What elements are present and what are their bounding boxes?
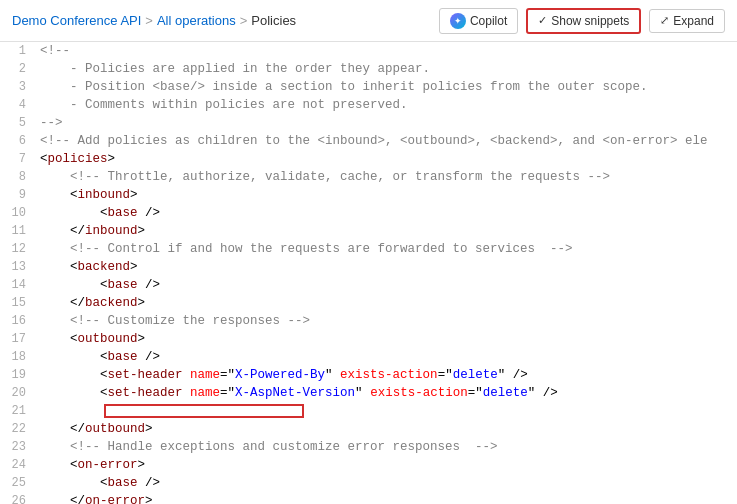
line-content: <!-- Handle exceptions and customize err… [36,438,737,456]
header-actions: ✦ Copilot ✓ Show snippets ⤢ Expand [439,8,725,34]
check-icon: ✓ [538,14,547,27]
line-number: 17 [0,330,36,348]
table-row: 21 [0,402,737,420]
line-content [36,402,737,420]
line-number: 15 [0,294,36,312]
breadcrumb-current: Policies [251,13,296,28]
line-content: <backend> [36,258,737,276]
line-content: <on-error> [36,456,737,474]
line-content: <inbound> [36,186,737,204]
table-row: 25 <base /> [0,474,737,492]
line-number: 1 [0,42,36,60]
line-content: <outbound> [36,330,737,348]
line-number: 14 [0,276,36,294]
expand-button[interactable]: ⤢ Expand [649,9,725,33]
table-row: 13 <backend> [0,258,737,276]
breadcrumb-operations[interactable]: All operations [157,13,236,28]
line-content: <base /> [36,276,737,294]
line-content: <!-- Control if and how the requests are… [36,240,737,258]
expand-label: Expand [673,14,714,28]
table-row: 17 <outbound> [0,330,737,348]
breadcrumb-sep2: > [240,13,248,28]
table-row: 3 - Position <base/> inside a section to… [0,78,737,96]
copilot-label: Copilot [470,14,507,28]
line-number: 13 [0,258,36,276]
line-number: 19 [0,366,36,384]
line-number: 8 [0,168,36,186]
copilot-button[interactable]: ✦ Copilot [439,8,518,34]
line-content: <set-header name="X-Powered-By" exists-a… [36,366,737,384]
copilot-icon: ✦ [450,13,466,29]
line-number: 22 [0,420,36,438]
table-row: 26 </on-error> [0,492,737,504]
breadcrumb: Demo Conference API > All operations > P… [12,13,296,28]
breadcrumb-sep1: > [145,13,153,28]
table-row: 7<policies> [0,150,737,168]
code-editor[interactable]: 1<!--2 - Policies are applied in the ord… [0,42,737,504]
table-row: 24 <on-error> [0,456,737,474]
table-row: 9 <inbound> [0,186,737,204]
line-content: <!-- Throttle, authorize, validate, cach… [36,168,737,186]
table-row: 5--> [0,114,737,132]
table-row: 18 <base /> [0,348,737,366]
line-number: 9 [0,186,36,204]
line-content: </outbound> [36,420,737,438]
line-content: - Comments within policies are not prese… [36,96,737,114]
table-row: 19 <set-header name="X-Powered-By" exist… [0,366,737,384]
highlight-box [104,404,304,418]
line-content: <base /> [36,204,737,222]
line-number: 18 [0,348,36,366]
line-content: - Position <base/> inside a section to i… [36,78,737,96]
line-number: 11 [0,222,36,240]
line-number: 24 [0,456,36,474]
table-row: 4 - Comments within policies are not pre… [0,96,737,114]
line-number: 23 [0,438,36,456]
line-number: 4 [0,96,36,114]
line-number: 12 [0,240,36,258]
table-row: 14 <base /> [0,276,737,294]
table-row: 8 <!-- Throttle, authorize, validate, ca… [0,168,737,186]
line-number: 3 [0,78,36,96]
table-row: 22 </outbound> [0,420,737,438]
table-row: 10 <base /> [0,204,737,222]
line-content: --> [36,114,737,132]
line-number: 6 [0,132,36,150]
line-content: <!-- Add policies as children to the <in… [36,132,737,150]
line-content: </backend> [36,294,737,312]
line-content: <!-- [36,42,737,60]
line-number: 26 [0,492,36,504]
line-number: 7 [0,150,36,168]
table-row: 1<!-- [0,42,737,60]
table-row: 11 </inbound> [0,222,737,240]
table-row: 15 </backend> [0,294,737,312]
line-content: <!-- Customize the responses --> [36,312,737,330]
table-row: 12 <!-- Control if and how the requests … [0,240,737,258]
line-number: 5 [0,114,36,132]
line-number: 10 [0,204,36,222]
line-content: <policies> [36,150,737,168]
line-content: <set-header name="X-AspNet-Version" exis… [36,384,737,402]
breadcrumb-api[interactable]: Demo Conference API [12,13,141,28]
line-content: - Policies are applied in the order they… [36,60,737,78]
line-number: 16 [0,312,36,330]
line-number: 20 [0,384,36,402]
line-content: <base /> [36,474,737,492]
table-row: 23 <!-- Handle exceptions and customize … [0,438,737,456]
line-content: <base /> [36,348,737,366]
expand-icon: ⤢ [660,14,669,27]
table-row: 20 <set-header name="X-AspNet-Version" e… [0,384,737,402]
line-number: 2 [0,60,36,78]
line-content: </inbound> [36,222,737,240]
show-snippets-button[interactable]: ✓ Show snippets [526,8,641,34]
line-number: 21 [0,402,36,420]
show-snippets-label: Show snippets [551,14,629,28]
table-row: 2 - Policies are applied in the order th… [0,60,737,78]
table-row: 6<!-- Add policies as children to the <i… [0,132,737,150]
table-row: 16 <!-- Customize the responses --> [0,312,737,330]
line-content: </on-error> [36,492,737,504]
line-number: 25 [0,474,36,492]
header-bar: Demo Conference API > All operations > P… [0,0,737,42]
